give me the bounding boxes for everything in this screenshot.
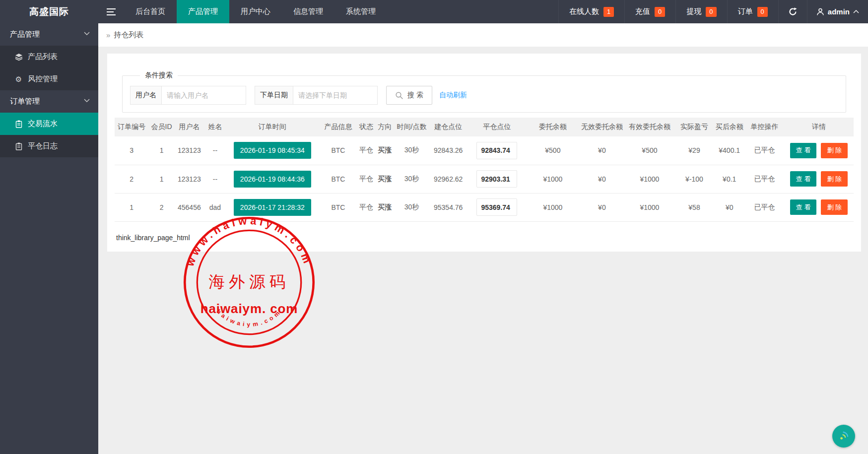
search-panel: 条件搜索 用户名 下单日期 搜 索 [122,71,846,113]
hamburger-icon [107,8,116,15]
col-close-point: 平仓点位 [468,118,527,136]
nav-item-info[interactable]: 信息管理 [282,0,334,23]
cell-control: 已平仓 [745,136,784,165]
username-input[interactable] [161,86,246,105]
cell-profit: ¥29 [675,136,714,165]
sidebar-item-risk-control[interactable]: ⚙ 风控管理 [0,68,98,90]
sidebar-item-label: 风控管理 [28,74,58,84]
stat-count-badge: 1 [603,7,614,17]
menu-toggle-button[interactable] [98,0,124,23]
search-panel-legend: 条件搜索 [140,71,178,80]
refresh-button[interactable] [778,0,807,23]
date-filter-label: 下单日期 [255,86,293,105]
col-profit: 实际盈亏 [675,118,714,136]
cell-entrust: ¥500 [526,136,579,165]
search-button[interactable]: 搜 索 [386,86,432,105]
sidebar-group-orders[interactable]: 订单管理 [0,90,98,113]
top-header: 高盛国际 后台首页 产品管理 用户中心 信息管理 系统管理 在线人数 1 充值 … [0,0,868,23]
close-point-input[interactable] [476,198,517,216]
delete-button[interactable]: 删 除 [821,143,848,158]
floating-assistant-button[interactable] [832,425,855,448]
stat-withdraw[interactable]: 提现 0 [675,0,727,23]
stat-orders[interactable]: 订单 0 [727,0,778,23]
top-nav: 后台首页 产品管理 用户中心 信息管理 系统管理 [124,0,387,23]
delete-button[interactable]: 删 除 [821,199,848,215]
nav-item-products[interactable]: 产品管理 [177,0,229,23]
sidebar-item-product-list[interactable]: 产品列表 [0,46,98,68]
order-time-button[interactable]: 2026-01-19 08:44:36 [234,171,311,188]
document-icon [14,142,23,150]
cell-open-point: 95354.76 [429,193,468,221]
cell-valid-entrust: ¥500 [624,136,674,165]
cell-member-id: 1 [148,165,174,193]
col-detail: 详情 [784,118,854,136]
signal-icon [837,430,850,443]
cell-entrust: ¥1000 [526,193,579,221]
chevron-down-icon [84,99,90,103]
sidebar-item-trade-flow[interactable]: 交易流水 [0,113,98,135]
search-button-label: 搜 索 [407,91,423,100]
cell-profit: ¥58 [675,193,714,221]
cell-member-id: 2 [148,193,174,221]
username-filter-label: 用户名 [130,86,162,105]
table-header-row: 订单编号 会员ID 用户名 姓名 订单时间 产品信息 状态 方向 时间/点数 建… [115,118,854,136]
layers-icon [14,53,23,61]
cell-after-balance: ¥0 [714,193,745,221]
order-date-input[interactable] [293,86,378,105]
sidebar-group-products[interactable]: 产品管理 [0,23,98,46]
refresh-icon [788,7,798,16]
cell-username: 456456 [175,193,204,221]
col-status: 状态 [358,118,375,136]
col-valid-entrust: 有效委托余额 [624,118,674,136]
auto-refresh-link[interactable]: 自动刷新 [439,91,467,100]
col-direction: 方向 [375,118,395,136]
table-row: 2 1 123123 -- 2026-01-19 08:44:36 BTC 平仓… [115,165,854,193]
close-point-input[interactable] [476,170,517,188]
chevron-up-icon [853,10,859,13]
col-username: 用户名 [175,118,204,136]
cell-direction: 买涨 [375,165,395,193]
cell-profit: ¥-100 [675,165,714,193]
cell-duration: 30秒 [395,136,428,165]
view-button[interactable]: 查 看 [790,199,817,215]
nav-item-home[interactable]: 后台首页 [124,0,177,23]
nav-item-users[interactable]: 用户中心 [229,0,282,23]
col-entrust: 委托余额 [526,118,579,136]
cell-username: 123123 [175,165,204,193]
stat-online-users[interactable]: 在线人数 1 [558,0,624,23]
stat-label: 在线人数 [569,7,599,16]
stat-label: 充值 [635,7,650,16]
order-time-button[interactable]: 2026-01-17 21:28:32 [234,199,311,216]
cell-control: 已平仓 [745,165,784,193]
col-invalid-entrust: 无效委托余额 [579,118,624,136]
col-order-time: 订单时间 [226,118,319,136]
cell-order-no: 2 [115,165,148,193]
gear-icon: ⚙ [14,75,23,84]
user-menu[interactable]: admin [807,0,868,23]
view-button[interactable]: 查 看 [790,143,817,158]
delete-button[interactable]: 删 除 [821,171,848,187]
cell-open-point: 92843.26 [429,136,468,165]
view-button[interactable]: 查 看 [790,171,817,187]
sidebar-group-label: 产品管理 [10,30,40,39]
user-icon [816,8,824,16]
sidebar-item-close-log[interactable]: 平仓日志 [0,135,98,157]
cell-control: 已平仓 [745,193,784,221]
cell-duration: 30秒 [395,193,428,221]
cell-status: 平仓 [358,193,375,221]
close-point-input[interactable] [476,142,517,159]
cell-after-balance: ¥400.1 [714,136,745,165]
cell-direction: 买涨 [375,136,395,165]
cell-product: BTC [319,136,358,165]
page-title: 持仓列表 [114,30,143,40]
cell-invalid-entrust: ¥0 [579,136,624,165]
cell-name: dad [204,193,226,221]
nav-item-system[interactable]: 系统管理 [334,0,387,23]
content: 条件搜索 用户名 下单日期 搜 索 [98,47,868,252]
stat-recharge[interactable]: 充值 0 [624,0,675,23]
sidebar: 产品管理 产品列表 ⚙ 风控管理 订单管理 [0,23,98,454]
order-time-button[interactable]: 2026-01-19 08:45:34 [234,142,311,159]
col-name: 姓名 [204,118,226,136]
cell-valid-entrust: ¥1000 [624,165,674,193]
sidebar-group-label: 订单管理 [10,97,40,106]
